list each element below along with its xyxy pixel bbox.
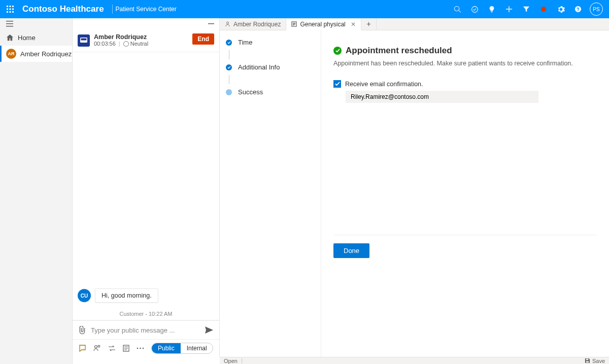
compose-input[interactable]	[91, 326, 200, 334]
search-icon[interactable]	[449, 1, 466, 18]
public-toggle[interactable]: Public	[152, 343, 181, 353]
svg-point-18	[143, 348, 144, 349]
conversation-timer: 00:03:56	[94, 41, 116, 47]
more-icon[interactable]	[137, 347, 144, 349]
filter-icon[interactable]	[518, 1, 535, 18]
message-avatar-initials: CU	[81, 293, 88, 299]
done-button[interactable]: Done	[333, 243, 369, 258]
sentiment-label: Neutral	[130, 41, 148, 47]
connector	[229, 75, 229, 84]
status-bar: Open Save	[220, 357, 609, 364]
sentiment-neutral-icon	[123, 41, 129, 47]
tab-general-physical[interactable]: General physical ✕	[286, 19, 361, 30]
svg-rect-8	[12, 11, 14, 13]
save-label: Save	[592, 358, 605, 364]
form-title: Appointment rescheduled	[346, 46, 452, 56]
note-icon[interactable]	[123, 345, 129, 352]
hamburger-icon[interactable]	[0, 18, 72, 29]
save-button[interactable]: Save	[585, 358, 605, 364]
email-confirmation-label: Receive email confirmation.	[345, 81, 423, 88]
svg-point-16	[137, 348, 139, 349]
minimize-button[interactable]	[73, 18, 219, 29]
lightbulb-icon[interactable]	[483, 1, 500, 18]
form-description: Appointment has been rescheduled. Make s…	[333, 60, 597, 67]
svg-rect-3	[7, 9, 8, 10]
svg-rect-1	[10, 6, 11, 7]
tab-general-physical-label: General physical	[300, 21, 345, 28]
conversation-body: CU Hi, good morning.	[73, 52, 219, 308]
message-row: CU Hi, good morning.	[78, 288, 158, 303]
svg-rect-12	[81, 39, 87, 41]
step-time-label: Time	[238, 39, 252, 46]
status-open[interactable]: Open	[224, 358, 238, 364]
step-current-icon	[226, 89, 232, 95]
nav-home-label: Home	[18, 34, 36, 42]
tab-strip: Amber Rodriquez General physical ✕	[220, 18, 609, 30]
svg-rect-7	[10, 11, 11, 13]
svg-point-9	[471, 6, 478, 12]
step-timeline: Time Additional Info Success	[220, 30, 321, 357]
step-success-label: Success	[238, 88, 263, 96]
svg-point-19	[226, 22, 228, 24]
success-icon	[333, 47, 342, 55]
app-launcher-icon[interactable]	[3, 2, 17, 16]
conversation-panel: Amber Rodriquez 00:03:56 | Neutral End C…	[73, 18, 220, 357]
internal-toggle[interactable]: Internal	[181, 343, 213, 353]
user-avatar[interactable]: PS	[590, 3, 603, 16]
conversation-footer: Public Internal	[73, 339, 219, 357]
form-panel: Appointment rescheduled Appointment has …	[321, 30, 609, 357]
tab-patient-label: Amber Rodriquez	[233, 21, 281, 28]
consult-icon[interactable]	[93, 345, 101, 352]
transfer-icon[interactable]	[108, 345, 116, 351]
divider	[112, 5, 113, 14]
svg-rect-5	[12, 9, 14, 10]
step-additional-info[interactable]: Additional Info	[226, 63, 315, 71]
help-icon[interactable]	[569, 1, 587, 18]
nav-session-label: Amber Rodriquez	[20, 50, 72, 58]
person-icon	[225, 21, 230, 27]
visibility-toggle: Public Internal	[151, 343, 213, 354]
svg-point-13	[95, 346, 97, 348]
step-additional-info-label: Additional Info	[238, 63, 280, 71]
email-confirmation-row: Receive email confirmation.	[333, 80, 597, 88]
end-button[interactable]: End	[192, 33, 214, 45]
nav-home[interactable]: Home	[0, 29, 72, 46]
message-bubble: Hi, good morning.	[95, 288, 158, 303]
tab-add[interactable]	[361, 18, 377, 30]
save-icon	[585, 358, 590, 363]
nav-session-initials: AR	[8, 51, 15, 56]
add-icon[interactable]	[500, 1, 518, 18]
settings-icon[interactable]	[552, 1, 569, 18]
brand-name: Contoso Healthcare	[17, 4, 109, 14]
step-time[interactable]: Time	[226, 39, 315, 46]
quick-reply-icon[interactable]	[79, 345, 86, 352]
channel-icon	[78, 34, 90, 47]
conversation-header: Amber Rodriquez 00:03:56 | Neutral End	[73, 29, 219, 52]
send-icon[interactable]	[205, 326, 213, 334]
module-name: Patient Service Center	[116, 6, 177, 13]
message-avatar: CU	[78, 289, 91, 302]
step-success[interactable]: Success	[226, 88, 315, 96]
compose-bar	[73, 320, 219, 339]
svg-rect-10	[208, 23, 214, 24]
svg-rect-0	[7, 6, 8, 7]
close-icon[interactable]: ✕	[351, 21, 356, 28]
email-field[interactable]	[346, 91, 538, 103]
svg-point-17	[140, 348, 141, 349]
svg-rect-4	[10, 9, 11, 10]
task-icon[interactable]	[466, 1, 483, 18]
divider	[242, 358, 242, 363]
form-icon	[291, 21, 297, 27]
connector	[229, 50, 229, 59]
nav-session-avatar: AR	[6, 49, 16, 59]
attach-icon[interactable]	[79, 326, 86, 334]
presence-icon[interactable]	[535, 1, 552, 18]
svg-rect-2	[12, 6, 14, 7]
tab-patient[interactable]: Amber Rodriquez	[220, 18, 286, 30]
step-complete-icon	[226, 64, 232, 70]
conversation-timestamp: Customer - 10:22 AM	[73, 308, 219, 320]
nav-active-session[interactable]: AR Amber Rodriquez	[0, 46, 72, 62]
email-confirmation-checkbox[interactable]	[333, 80, 341, 88]
conversation-name: Amber Rodriquez	[94, 33, 188, 41]
divider	[333, 235, 597, 235]
